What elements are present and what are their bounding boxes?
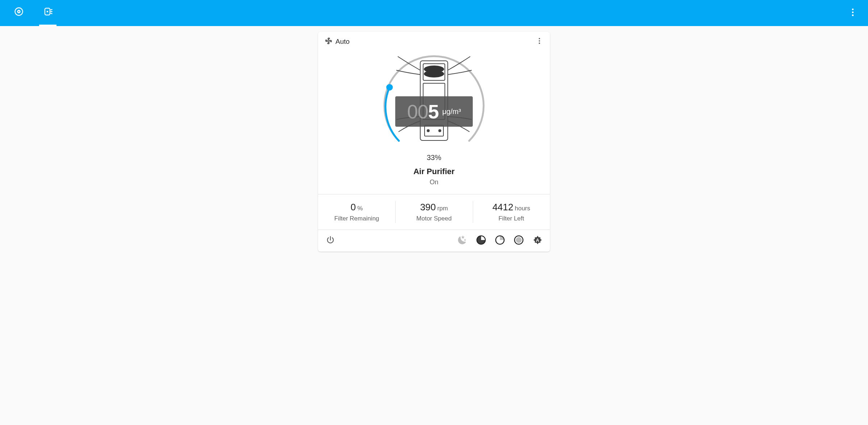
actions-row: A <box>318 230 550 252</box>
card-menu-button[interactable] <box>535 37 543 46</box>
card-header: Auto <box>318 32 550 49</box>
stat-motor-speed: 390rpm Motor Speed <box>395 194 472 230</box>
svg-point-13 <box>539 43 540 44</box>
mode-label: Auto <box>335 38 350 46</box>
gauge[interactable]: 005 μg/m³ <box>376 51 492 153</box>
svg-point-9 <box>852 12 854 13</box>
app-header <box>0 0 868 26</box>
svg-point-14 <box>386 84 393 91</box>
level1-icon <box>476 240 486 246</box>
svg-line-5 <box>51 9 52 10</box>
svg-line-7 <box>51 13 52 14</box>
level-1-button[interactable] <box>476 235 486 247</box>
svg-point-10 <box>852 14 854 16</box>
level3-icon <box>514 240 524 246</box>
pm-leading-zeros: 00 <box>407 100 428 123</box>
robot-vacuum-tab[interactable] <box>10 0 28 26</box>
stat-value: 0 <box>351 202 356 212</box>
air-purifier-card: Auto <box>318 32 550 252</box>
stat-unit: rpm <box>437 205 448 212</box>
auto-icon: A <box>533 240 543 246</box>
pm-value: 5 <box>428 100 439 123</box>
header-menu-button[interactable] <box>848 7 858 19</box>
power-icon <box>325 240 335 246</box>
level-2-button[interactable] <box>495 235 505 247</box>
stat-value: 4412 <box>492 202 513 212</box>
header-tabs <box>10 0 57 26</box>
device-name: Air Purifier <box>413 167 455 176</box>
dots-vertical-icon <box>848 12 858 18</box>
stat-unit: % <box>357 205 363 212</box>
stat-filter-left: 4412hours Filter Left <box>473 194 550 230</box>
fan-icon <box>325 37 333 46</box>
power-button[interactable] <box>325 235 335 247</box>
stat-unit: hours <box>515 205 530 212</box>
svg-point-12 <box>539 40 540 42</box>
stat-label: Motor Speed <box>398 215 470 222</box>
pm-unit: μg/m³ <box>442 108 461 116</box>
night-mode-button[interactable] <box>457 235 467 247</box>
stat-label: Filter Left <box>476 215 547 222</box>
auto-mode-button[interactable]: A <box>533 235 543 247</box>
stats-row: 0% Filter Remaining 390rpm Motor Speed 4… <box>318 194 550 230</box>
pm-reading: 005 μg/m³ <box>395 96 473 127</box>
purifier-icon <box>43 7 53 18</box>
svg-point-26 <box>516 237 522 243</box>
air-purifier-tab[interactable] <box>39 0 57 26</box>
vacuum-icon <box>14 7 24 18</box>
svg-point-8 <box>852 9 854 10</box>
level-3-button[interactable] <box>514 235 524 247</box>
gauge-area: 005 μg/m³ 33% Air Purifier On <box>318 49 550 194</box>
content-area: Auto <box>0 26 868 257</box>
night-icon <box>457 240 467 246</box>
device-status: On <box>430 178 438 186</box>
svg-point-2 <box>18 11 20 12</box>
stat-filter-remaining: 0% Filter Remaining <box>318 194 395 230</box>
stat-label: Filter Remaining <box>321 215 392 222</box>
svg-text:A: A <box>536 237 539 243</box>
svg-point-4 <box>47 11 49 13</box>
dots-vertical-icon <box>535 40 543 46</box>
svg-point-11 <box>539 38 540 39</box>
level2-icon <box>495 240 505 246</box>
stat-value: 390 <box>420 202 436 212</box>
